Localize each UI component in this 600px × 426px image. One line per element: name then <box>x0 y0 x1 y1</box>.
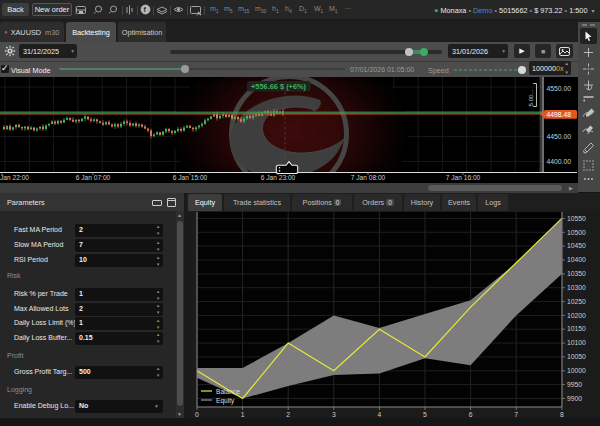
svg-text:10550: 10550 <box>567 215 586 222</box>
svg-text:10050: 10050 <box>567 353 586 360</box>
svg-text:10450: 10450 <box>567 242 586 249</box>
svg-text:4400.00: 4400.00 <box>547 158 572 165</box>
svg-text:Jan 22:00: Jan 22:00 <box>0 174 29 181</box>
svg-text:9900: 9900 <box>567 395 582 402</box>
svg-text:9950: 9950 <box>567 381 582 388</box>
svg-text:1: 1 <box>241 411 245 418</box>
svg-text:6: 6 <box>469 411 473 418</box>
svg-text:10100: 10100 <box>567 339 586 346</box>
svg-text:8: 8 <box>560 411 564 418</box>
svg-text:3: 3 <box>332 411 336 418</box>
svg-text:4: 4 <box>378 411 382 418</box>
svg-text:10000: 10000 <box>567 367 586 374</box>
svg-text:6 Jan 15:00: 6 Jan 15:00 <box>173 174 208 181</box>
svg-text:4450.00: 4450.00 <box>547 133 572 140</box>
svg-text:10500: 10500 <box>567 229 586 236</box>
svg-text:10250: 10250 <box>567 298 586 305</box>
svg-text:10150: 10150 <box>567 325 586 332</box>
svg-text:5: 5 <box>423 411 427 418</box>
svg-text:7 Jan 16:00: 7 Jan 16:00 <box>446 174 481 181</box>
svg-text:6 Jan 07:00: 6 Jan 07:00 <box>76 174 111 181</box>
svg-text:Balance: Balance <box>216 388 240 395</box>
svg-text:10350: 10350 <box>567 270 586 277</box>
svg-text:10200: 10200 <box>567 312 586 319</box>
svg-text:7: 7 <box>514 411 518 418</box>
svg-text:4498.48: 4498.48 <box>547 111 572 118</box>
svg-text:+556.66 $ (+6%): +556.66 $ (+6%) <box>251 82 307 91</box>
svg-text:Equity: Equity <box>216 397 235 405</box>
svg-text:6 Jan 23:00: 6 Jan 23:00 <box>261 174 296 181</box>
svg-text:7 Jan 08:00: 7 Jan 08:00 <box>351 174 386 181</box>
svg-text:10300: 10300 <box>567 284 586 291</box>
svg-text:4550.00: 4550.00 <box>547 85 572 92</box>
svg-text:5.00...: 5.00... <box>527 89 534 106</box>
svg-text:2: 2 <box>286 411 290 418</box>
svg-text:10400: 10400 <box>567 256 586 263</box>
svg-text:0: 0 <box>195 411 199 418</box>
